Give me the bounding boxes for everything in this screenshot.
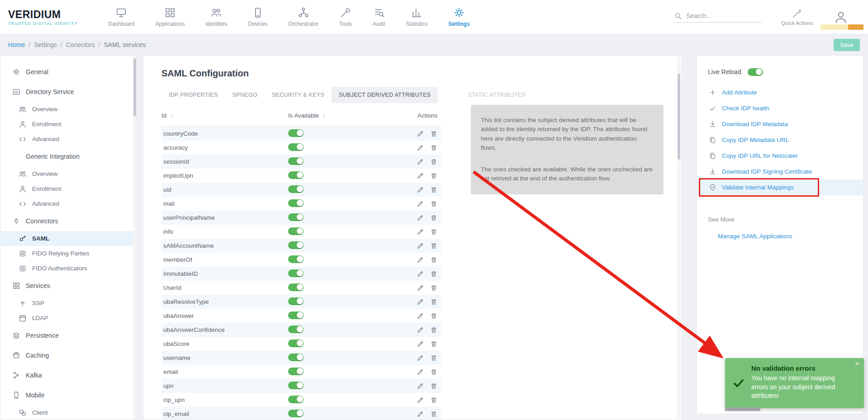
availability-toggle[interactable]: [288, 241, 304, 249]
tab-static-attributes[interactable]: STATIC ATTRIBUTES: [460, 87, 532, 103]
edit-icon[interactable]: [417, 284, 424, 292]
sidebar-item-services[interactable]: Services: [0, 276, 137, 296]
delete-icon[interactable]: [430, 340, 437, 348]
sidebar-item-saml[interactable]: SAML: [0, 231, 137, 246]
edit-icon[interactable]: [417, 354, 424, 362]
delete-icon[interactable]: [430, 298, 437, 306]
tab-security-keys[interactable]: SECURITY & KEYS: [265, 87, 332, 103]
sidebar-item-advanced[interactable]: Advanced: [0, 132, 137, 146]
main-scrollbar[interactable]: [677, 57, 681, 419]
user-avatar[interactable]: [834, 10, 848, 24]
edit-icon[interactable]: [417, 411, 424, 418]
delete-icon[interactable]: [430, 382, 437, 390]
edit-icon[interactable]: [417, 368, 424, 376]
availability-toggle[interactable]: [288, 171, 304, 179]
delete-icon[interactable]: [430, 200, 437, 208]
edit-icon[interactable]: [417, 298, 424, 306]
sidebar-item-overview[interactable]: Overview: [0, 102, 137, 117]
edit-icon[interactable]: [417, 228, 424, 236]
breadcrumb-item-settings[interactable]: Settings: [34, 41, 57, 48]
availability-toggle[interactable]: [288, 185, 304, 193]
action-download-idp-signing-certificate[interactable]: Download IDP Signing Certificate: [708, 164, 852, 179]
nav-item-statistics[interactable]: Statistics: [395, 7, 438, 27]
tab-idp-properties[interactable]: IDP PROPERTIES: [161, 87, 225, 103]
delete-icon[interactable]: [430, 368, 437, 376]
delete-icon[interactable]: [430, 172, 437, 179]
edit-icon[interactable]: [417, 340, 424, 348]
sidebar-item-generic-integration[interactable]: Generic Integration: [0, 146, 137, 166]
edit-icon[interactable]: [417, 158, 424, 165]
delete-icon[interactable]: [430, 130, 437, 137]
delete-icon[interactable]: [430, 284, 437, 292]
search-input[interactable]: [686, 12, 754, 19]
sidebar-item-ldap[interactable]: LDAP: [0, 311, 137, 326]
delete-icon[interactable]: [430, 396, 437, 404]
availability-toggle[interactable]: [288, 283, 304, 291]
availability-toggle[interactable]: [288, 410, 304, 417]
nav-item-orchestrator[interactable]: Orchestrator: [278, 7, 329, 27]
sidebar-item-persistence[interactable]: Persistence: [0, 326, 137, 345]
edit-icon[interactable]: [417, 326, 424, 334]
edit-icon[interactable]: [417, 382, 424, 390]
action-add-attribute[interactable]: Add Attribute: [708, 85, 852, 100]
sidebar-item-directory-service[interactable]: ADDirectory Service: [0, 82, 137, 102]
scrollbar-thumb[interactable]: [678, 74, 680, 160]
sidebar-item-fido-authenticators[interactable]: FIDO Authenticators: [0, 261, 137, 276]
delete-icon[interactable]: [430, 270, 437, 278]
edit-icon[interactable]: [417, 242, 424, 250]
nav-item-applications[interactable]: Applications: [145, 7, 195, 27]
nav-item-devices[interactable]: Devices: [237, 7, 278, 27]
availability-toggle[interactable]: [288, 143, 304, 151]
availability-toggle[interactable]: [288, 269, 304, 277]
sidebar-scrollbar[interactable]: [133, 56, 137, 420]
delete-icon[interactable]: [430, 354, 437, 362]
availability-toggle[interactable]: [288, 311, 304, 319]
availability-toggle[interactable]: [288, 199, 304, 207]
delete-icon[interactable]: [430, 144, 437, 151]
availability-toggle[interactable]: [288, 382, 304, 389]
sidebar-item-caching[interactable]: Caching: [0, 345, 137, 365]
sidebar-item-enrollment[interactable]: Enrollment: [0, 181, 137, 196]
delete-icon[interactable]: [430, 228, 437, 236]
availability-toggle[interactable]: [288, 129, 304, 137]
availability-toggle[interactable]: [288, 368, 304, 375]
sidebar-item-client[interactable]: Client: [0, 405, 137, 420]
save-button[interactable]: Save: [834, 39, 860, 51]
brand-logo[interactable]: VERIDIUM TRUSTED DIGITAL IDENTITY: [8, 9, 90, 26]
nav-item-dashboard[interactable]: Dashboard: [98, 7, 145, 27]
action-download-idp-metadata[interactable]: Download IDP Metadata: [708, 116, 852, 132]
action-copy-idp-url-for-netscaler[interactable]: Copy IDP URL for Netscaler: [708, 148, 852, 164]
delete-icon[interactable]: [430, 242, 437, 250]
availability-toggle[interactable]: [288, 354, 304, 361]
scrollbar-thumb[interactable]: [133, 58, 136, 116]
delete-icon[interactable]: [430, 312, 437, 320]
tab-spnego[interactable]: SPNEGO: [225, 87, 265, 103]
availability-toggle[interactable]: [288, 213, 304, 221]
sidebar-item-advanced[interactable]: Advanced: [0, 196, 137, 211]
availability-toggle[interactable]: [288, 326, 304, 333]
sidebar-item-ssp[interactable]: SSP: [0, 296, 137, 311]
toast-close-icon[interactable]: ×: [855, 360, 859, 368]
column-header-is-available[interactable]: Is Available: [288, 112, 400, 119]
breadcrumb-item-home[interactable]: Home: [8, 41, 25, 48]
delete-icon[interactable]: [430, 186, 437, 193]
edit-icon[interactable]: [417, 200, 424, 208]
nav-item-settings[interactable]: Settings: [438, 7, 480, 27]
edit-icon[interactable]: [417, 172, 424, 179]
edit-icon[interactable]: [417, 270, 424, 278]
edit-icon[interactable]: [417, 214, 424, 222]
delete-icon[interactable]: [430, 158, 437, 165]
sidebar-item-mobile[interactable]: Mobile: [0, 385, 137, 405]
availability-toggle[interactable]: [288, 297, 304, 305]
quick-actions-button[interactable]: Quick Actions: [781, 9, 813, 26]
tab-subject-derived-attributes[interactable]: SUBJECT DERIVED ATTRIBUTES: [332, 87, 438, 103]
action-copy-idp-metadata-url[interactable]: Copy IDP Metadata URL: [708, 132, 852, 148]
nav-item-audit[interactable]: Audit: [362, 7, 395, 27]
sidebar-item-overview[interactable]: Overview: [0, 166, 137, 181]
availability-toggle[interactable]: [288, 157, 304, 165]
availability-toggle[interactable]: [288, 340, 304, 347]
action-validate-internal-mappings[interactable]: Validate Internal Mappings: [697, 179, 863, 195]
sidebar-item-kafka[interactable]: Kafka: [0, 365, 137, 385]
breadcrumb-item-conectors[interactable]: Conectors: [66, 41, 95, 48]
availability-toggle[interactable]: [288, 396, 304, 403]
